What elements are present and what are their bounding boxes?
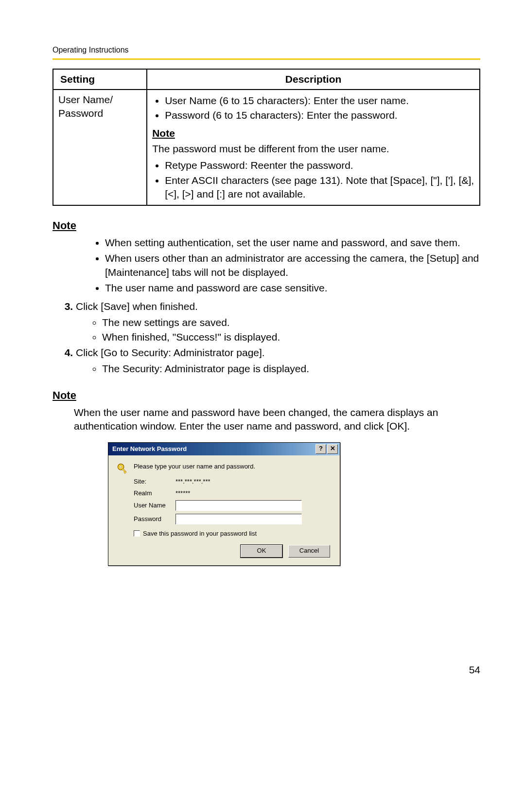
realm-value: ****** xyxy=(175,489,190,498)
note-heading: Note xyxy=(152,126,474,140)
note-bullet: The user name and password are case sens… xyxy=(105,281,480,295)
step-sub: When finished, "Success!" is displayed. xyxy=(102,330,480,344)
username-label: User Name xyxy=(134,501,175,510)
desc-bullet: User Name (6 to 15 characters): Enter th… xyxy=(165,94,474,108)
save-password-label: Save this password in your password list xyxy=(143,529,257,538)
note-text: The password must be different from the … xyxy=(152,142,474,156)
step-list: Click [Save] when finished. The new sett… xyxy=(52,300,480,376)
desc-bullet: Password (6 to 15 characters): Enter the… xyxy=(165,108,474,122)
step-text: Click [Go to Security: Administrator pag… xyxy=(76,347,265,358)
note-heading: Note xyxy=(52,388,480,403)
settings-table: Setting Description User Name/ Password … xyxy=(52,69,480,206)
cell-description: User Name (6 to 15 characters): Enter th… xyxy=(147,90,480,205)
step-sub: The Security: Administrator page is disp… xyxy=(102,362,480,376)
header-rule xyxy=(52,58,480,60)
note-bullet: When setting authentication, set the use… xyxy=(105,236,480,250)
auth-dialog: Enter Network Password ? ✕ xyxy=(108,442,340,566)
site-value: ***.***.***.*** xyxy=(175,477,210,486)
svg-point-1 xyxy=(120,466,122,468)
key-icon xyxy=(116,462,134,478)
table-row: User Name/ Password User Name (6 to 15 c… xyxy=(53,90,480,205)
running-header: Operating Instructions xyxy=(52,45,480,55)
desc-bullet: Enter ASCII characters (see page 131). N… xyxy=(165,174,474,201)
save-password-checkbox[interactable] xyxy=(134,530,140,537)
col-header-setting: Setting xyxy=(53,69,147,90)
desc-bullet: Retype Password: Reenter the password. xyxy=(165,159,474,172)
dialog-title: Enter Network Password xyxy=(112,445,187,453)
realm-label: Realm xyxy=(134,489,175,498)
cell-setting: User Name/ Password xyxy=(53,90,147,205)
note-paragraph: When the user name and password have bee… xyxy=(74,406,480,433)
cancel-button[interactable]: Cancel xyxy=(288,545,330,558)
username-input[interactable] xyxy=(175,500,302,511)
note-bullet: When users other than an administrator a… xyxy=(105,252,480,279)
step-sub: The new settings are saved. xyxy=(102,316,480,329)
col-header-description: Description xyxy=(147,69,480,90)
page-number: 54 xyxy=(52,663,480,677)
document-page: Operating Instructions Setting Descripti… xyxy=(0,0,525,696)
note-heading: Note xyxy=(52,218,480,233)
password-label: Password xyxy=(134,515,175,523)
step-3: Click [Save] when finished. The new sett… xyxy=(76,300,480,344)
site-label: Site: xyxy=(134,477,175,486)
step-text: Click [Save] when finished. xyxy=(76,301,198,312)
close-button[interactable]: ✕ xyxy=(327,444,338,454)
dialog-prompt: Please type your user name and password. xyxy=(134,462,332,471)
dialog-titlebar: Enter Network Password ? ✕ xyxy=(108,443,340,455)
help-button[interactable]: ? xyxy=(315,444,326,454)
password-input[interactable] xyxy=(175,514,302,524)
step-4: Click [Go to Security: Administrator pag… xyxy=(76,346,480,376)
ok-button[interactable]: OK xyxy=(241,545,282,558)
